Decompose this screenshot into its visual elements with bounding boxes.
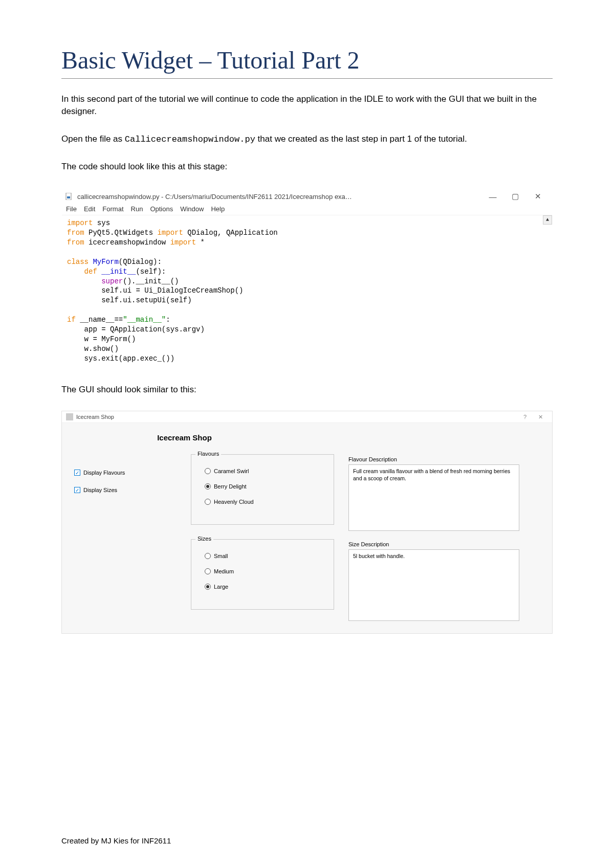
flavours-groupbox: Flavours Caramel Swirl Berry Delight Hea… [191,454,334,525]
open-file-text: Open the file as Callicecreamshopwindow.… [61,133,553,146]
flavour-heavenly-radio[interactable] [205,499,211,505]
sizes-groupbox: Sizes Small Medium Large [191,539,334,610]
checkbox-column: ✓ Display Flavours ✓ Display Sizes [74,454,177,625]
menu-options[interactable]: Options [150,205,173,213]
size-large-row: Large [205,584,325,590]
size-large-label: Large [214,584,228,590]
sizes-group-title: Sizes [195,536,213,542]
code-intro: The code should look like this at this s… [61,161,553,173]
close-button[interactable]: ✕ [527,191,549,202]
flavour-berry-row: Berry Delight [205,483,325,489]
gui-intro: The GUI should look similar to this: [61,384,553,396]
dialog-app-icon [66,413,73,420]
size-small-radio[interactable] [205,553,211,559]
menu-format[interactable]: Format [102,205,123,213]
flavour-heavenly-label: Heavenly Cloud [214,499,254,505]
size-medium-radio[interactable] [205,568,211,574]
size-medium-label: Medium [214,568,234,574]
display-flavours-label: Display Flavours [83,470,125,476]
idle-menu: File Edit Format Run Options Window Help [62,204,552,215]
size-small-row: Small [205,553,325,559]
svg-rect-1 [67,196,70,198]
flavour-description-text[interactable]: Full cream vanilla flavour with a blend … [348,464,519,531]
idle-code-area[interactable]: ▲import sys from PyQt5.QtWidgets import … [62,215,552,369]
gui-heading: Icecream Shop [62,423,307,454]
menu-edit[interactable]: Edit [84,205,95,213]
gui-close-button[interactable]: ✕ [533,414,548,420]
flavour-berry-radio[interactable] [205,483,211,489]
gui-body: ✓ Display Flavours ✓ Display Sizes Flavo… [62,454,552,625]
scroll-up-icon[interactable]: ▲ [543,215,552,225]
open-file-post: that we created as the last step in part… [255,134,467,144]
menu-file[interactable]: File [66,205,77,213]
page-title: Basic Widget – Tutorial Part 2 [61,46,553,79]
idle-window: callicecreamshopwindow.py - C:/Users/mar… [61,188,553,370]
idle-titlebar: callicecreamshopwindow.py - C:/Users/mar… [62,189,552,204]
menu-window[interactable]: Window [180,205,204,213]
open-file-code: Callicecreamshopwindow.py [125,135,255,144]
menu-run[interactable]: Run [131,205,143,213]
minimize-button[interactable]: — [481,191,504,202]
flavour-caramel-radio[interactable] [205,468,211,474]
idle-title-text: callicecreamshopwindow.py - C:/Users/mar… [77,193,481,201]
gui-dialog: Icecream Shop ? ✕ Icecream Shop ✓ Displa… [61,411,553,634]
python-file-icon [65,192,73,201]
maximize-button[interactable]: ▢ [504,191,527,202]
gui-title-text: Icecream Shop [76,414,517,420]
footer-text: Created by MJ Kies for INF2611 [61,836,171,845]
intro-text: In this second part of the tutorial we w… [61,93,553,118]
description-column: Flavour Description Full cream vanilla f… [348,454,540,625]
display-sizes-row: ✓ Display Sizes [74,487,177,493]
open-file-pre: Open the file as [61,134,125,144]
size-medium-row: Medium [205,568,325,574]
flavour-description-label: Flavour Description [348,456,519,462]
display-sizes-label: Display Sizes [83,487,117,493]
group-column: Flavours Caramel Swirl Berry Delight Hea… [191,454,334,625]
help-button[interactable]: ? [517,414,533,420]
display-flavours-checkbox[interactable]: ✓ [74,470,80,476]
display-flavours-row: ✓ Display Flavours [74,470,177,476]
size-description-text[interactable]: 5l bucket with handle. [348,549,519,621]
flavour-caramel-label: Caramel Swirl [214,468,249,474]
display-sizes-checkbox[interactable]: ✓ [74,487,80,493]
flavours-group-title: Flavours [195,451,221,457]
flavour-caramel-row: Caramel Swirl [205,468,325,474]
flavour-berry-label: Berry Delight [214,483,247,489]
gui-titlebar: Icecream Shop ? ✕ [62,411,552,423]
flavour-heavenly-row: Heavenly Cloud [205,499,325,505]
size-small-label: Small [214,553,228,559]
size-description-label: Size Description [348,541,519,547]
menu-help[interactable]: Help [211,205,225,213]
size-large-radio[interactable] [205,584,211,590]
